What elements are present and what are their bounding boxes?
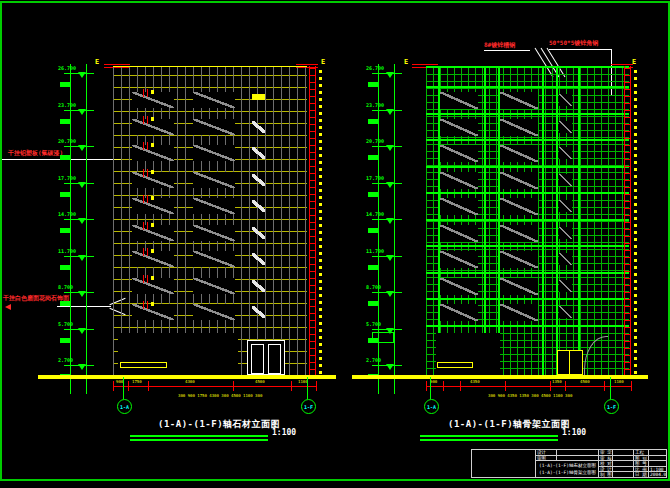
level-tick: [64, 329, 94, 330]
window: [500, 251, 538, 268]
level-value: 5.700: [58, 322, 73, 327]
window: [440, 145, 478, 162]
dim-ladder: [309, 66, 316, 377]
level-tick: [64, 256, 94, 257]
level-value: 11.700: [366, 249, 384, 254]
floor-band: [426, 272, 629, 274]
window: [132, 92, 174, 108]
level-blob: [60, 119, 70, 124]
level-value: 8.700: [58, 285, 73, 290]
floor-band: [426, 192, 629, 194]
dim-tick: [443, 381, 444, 391]
window: [440, 225, 478, 242]
page-border-top: [0, 1, 670, 3]
bubble-label: 1-F: [304, 404, 313, 410]
window: [500, 278, 538, 295]
window: [132, 172, 174, 188]
dim-chain-line: [113, 386, 316, 387]
level-value: 14.700: [58, 212, 76, 217]
storefront-opening: [436, 333, 500, 375]
casement-tick: [147, 301, 148, 309]
casement-tick: [143, 89, 144, 97]
tb-zhitu-label: 制 图: [599, 472, 613, 478]
granite-arrow-icon: [5, 304, 11, 310]
window: [500, 304, 538, 321]
level-tick: [64, 292, 94, 293]
level-value: 20.700: [366, 139, 384, 144]
level-value: 20.700: [58, 139, 76, 144]
small-window: [252, 147, 265, 159]
level-value: 23.700: [58, 103, 76, 108]
window: [500, 92, 538, 109]
level-value: 17.700: [58, 176, 76, 181]
window: [193, 251, 235, 267]
level-value: 2.700: [58, 358, 73, 363]
casement-dim: [151, 170, 154, 174]
window: [440, 304, 478, 321]
tb-logo-cell: [472, 450, 536, 478]
level-stack-line2: [378, 64, 379, 394]
page-border-bottom: [0, 479, 670, 481]
overall-dim-label: 300 900 1750 4300 300 4500 1100 300: [178, 394, 262, 398]
window: [193, 119, 235, 135]
level-tick: [64, 146, 94, 147]
window: [193, 92, 235, 108]
dim-tick: [505, 381, 506, 391]
right-title-underline-2: [420, 439, 558, 441]
annotation-angle-steel: 50*50*5镀锌角钢: [549, 40, 598, 46]
axis-label-left-E2: E: [321, 59, 325, 66]
floor-band: [426, 139, 629, 141]
casement-tick: [143, 195, 144, 203]
dim-tick: [291, 381, 292, 391]
dim-tick: [148, 381, 149, 391]
axis-bubble-left: 1-A: [117, 399, 132, 414]
casement-dim: [151, 302, 154, 306]
mullion: [556, 66, 558, 376]
casement-tick: [147, 222, 148, 230]
level-tick: [372, 183, 402, 184]
level-blob: [60, 301, 70, 306]
window: [132, 304, 174, 320]
casement-tick: [147, 142, 148, 150]
dim-label: 4300: [185, 380, 195, 384]
casement-tick: [143, 169, 144, 177]
small-window: [252, 200, 265, 212]
right-title-underline-1: [420, 435, 558, 437]
small-window: [559, 147, 572, 159]
angle-underline: [549, 49, 612, 50]
window: [440, 251, 478, 268]
casement-dim: [151, 117, 154, 121]
casement-tick: [143, 116, 144, 124]
window: [440, 172, 478, 189]
window: [132, 278, 174, 294]
entry-platform: [372, 332, 394, 343]
casement-dim: [151, 90, 154, 94]
dim-tick: [604, 381, 605, 391]
small-window: [559, 306, 572, 318]
tb-drawing-name-2: (1-A)-(1-F)轴骨架立面图: [537, 470, 598, 475]
bubble-leader: [123, 377, 124, 399]
casement-tick: [147, 195, 148, 203]
small-window: [252, 253, 265, 265]
bubble-leader: [430, 377, 431, 399]
annotation-aluminium-panel: 干挂铝塑板(氟碳漆): [8, 150, 63, 156]
axis-leader: [296, 64, 318, 65]
dim-tick: [316, 381, 317, 391]
dim-label: 900: [430, 380, 437, 384]
level-blob: [368, 155, 378, 160]
dim-label: 4500: [255, 380, 265, 384]
window: [193, 304, 235, 320]
dim-label: 1350: [552, 380, 562, 384]
level-tick: [64, 365, 94, 366]
bubble-leader: [610, 377, 611, 399]
dim-tick: [233, 381, 234, 391]
ground-line: [352, 375, 648, 379]
level-blob: [60, 155, 70, 160]
channel-underline: [484, 50, 530, 51]
mullion: [438, 66, 440, 376]
dim-tick: [113, 381, 114, 391]
casement-tick: [147, 89, 148, 97]
door-mullion: [569, 350, 570, 375]
level-blob: [368, 192, 378, 197]
window: [132, 225, 174, 241]
